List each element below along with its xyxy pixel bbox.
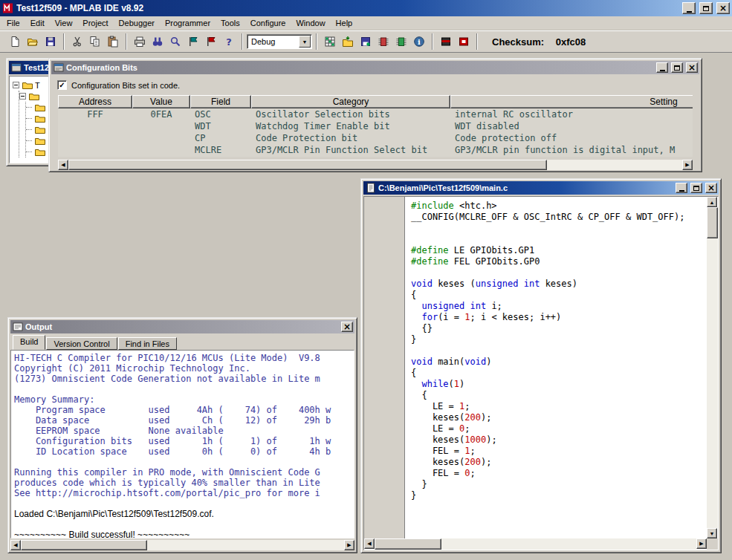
toolbar-grid-button[interactable] <box>321 33 339 51</box>
app-close-button[interactable]: × <box>716 2 730 14</box>
config-row[interactable]: FFF0FEAOSCOscillator Selection bitsinter… <box>58 108 693 120</box>
toolbar-save-disk-button[interactable] <box>357 33 375 51</box>
config-minimize-button[interactable] <box>656 62 668 73</box>
toolbar-paste-button[interactable] <box>104 33 122 51</box>
toolbar-open-file-button[interactable] <box>24 33 42 51</box>
mplab-app-icon <box>2 3 13 14</box>
menu-item-tools[interactable]: Tools <box>216 17 245 29</box>
output-icon <box>12 322 23 333</box>
toolbar-find-next-button[interactable] <box>166 33 184 51</box>
close-icon: × <box>719 4 727 13</box>
code-line: __CONFIG(MCLRE_OFF & OSC_IntRC & CP_OFF … <box>411 212 707 223</box>
output-line <box>14 457 354 467</box>
app-maximize-button[interactable] <box>699 2 713 14</box>
config-scroll-left-button[interactable]: ◀ <box>58 160 68 170</box>
editor-hscroll-thumb[interactable] <box>375 538 441 550</box>
editor-scroll-down-button[interactable]: ▼ <box>707 528 717 538</box>
toolbar-help-button[interactable]: ? <box>220 33 238 51</box>
build-configuration-select[interactable]: Debug ▼ <box>247 34 312 49</box>
toolbar: ? Debug ▼ i Checksum: 0xfc08 <box>0 30 732 53</box>
output-scroll-left-button[interactable]: ◀ <box>10 540 21 550</box>
close-icon: × <box>707 183 715 192</box>
output-window: Output × BuildVersion ControlFind in Fil… <box>7 317 357 553</box>
toolbar-print-button[interactable] <box>131 33 149 51</box>
tab-version-control[interactable]: Version Control <box>46 337 117 350</box>
editor-hscrollbar[interactable]: ◀ ▶ <box>364 538 707 550</box>
tab-find-in-files[interactable]: Find in Files <box>118 337 177 350</box>
toolbar-bookmark-red-button[interactable] <box>202 33 220 51</box>
editor-scroll-right-button[interactable]: ▶ <box>696 538 707 549</box>
output-close-button[interactable]: × <box>341 322 353 332</box>
editor-maximize-button[interactable] <box>690 183 702 193</box>
menu-item-configure[interactable]: Configure <box>245 17 291 29</box>
editor-minimize-button[interactable] <box>676 183 687 193</box>
file-toolbar-group <box>6 33 59 51</box>
config-hscrollbar[interactable]: ◀ ▶ <box>58 160 693 170</box>
menu-item-view[interactable]: View <box>50 17 78 29</box>
menu-item-project[interactable]: Project <box>77 17 113 29</box>
find-next-icon <box>169 36 181 48</box>
menu-item-edit[interactable]: Edit <box>25 17 50 29</box>
app-titlebar[interactable]: Test12f509 - MPLAB IDE v8.92 × <box>0 0 732 16</box>
toolbar-chip-red-solid-button[interactable] <box>455 33 473 51</box>
config-maximize-button[interactable] <box>671 62 683 73</box>
toolbar-find-button[interactable] <box>149 33 166 51</box>
toolbar-new-file-button[interactable] <box>6 33 24 51</box>
toolbar-chip-red-button[interactable] <box>375 33 392 51</box>
editor-scroll-left-button[interactable]: ◀ <box>364 538 375 549</box>
toolbar-info-button[interactable]: i <box>410 33 428 51</box>
toolbar-save-file-button[interactable] <box>42 33 59 51</box>
toolbar-copy-button[interactable] <box>86 33 104 51</box>
config-hscroll-track[interactable] <box>68 160 682 170</box>
toolbar-cut-button[interactable] <box>68 33 86 51</box>
code-line: void main(void) <box>411 356 707 368</box>
tab-build[interactable]: Build <box>13 335 45 350</box>
editor-vscroll-thumb[interactable] <box>707 207 718 238</box>
app-minimize-button[interactable] <box>682 2 696 14</box>
code-area[interactable]: #include <htc.h>__CONFIG(MCLRE_OFF & OSC… <box>405 197 707 538</box>
chip-red-solid-icon <box>458 36 470 48</box>
output-titlebar[interactable]: Output × <box>10 320 354 333</box>
toolbar-bookmark-teal-button[interactable] <box>184 33 202 51</box>
config-hscroll-thumb[interactable] <box>68 160 547 170</box>
output-hscroll-track[interactable] <box>21 540 344 550</box>
editor-hscroll-track[interactable] <box>375 538 696 550</box>
editor-vscroll-track[interactable] <box>707 207 718 528</box>
output-hscroll-thumb[interactable] <box>21 540 147 550</box>
collapse-toggle[interactable] <box>13 82 19 88</box>
config-cell: GP3/MCLR Pin Function Select bit <box>251 145 450 155</box>
debug-toolbar-group: i <box>321 33 428 51</box>
config-scroll-right-button[interactable]: ▶ <box>682 160 693 170</box>
config-close-button[interactable]: × <box>686 62 698 73</box>
editor-titlebar[interactable]: C:\Benjami\Pic\Test12f509\main.c × <box>363 181 719 195</box>
collapse-toggle[interactable] <box>19 93 26 100</box>
editor-vscrollbar[interactable]: ▲ ▼ <box>707 197 718 538</box>
code-line: while(1) <box>411 379 707 390</box>
toolbar-folder-import-button[interactable] <box>339 33 357 51</box>
menu-item-file[interactable]: File <box>1 17 25 29</box>
menu-item-help[interactable]: Help <box>331 17 358 29</box>
config-row[interactable]: CPCode Protection bitCode protection off <box>58 132 693 144</box>
editor-close-button[interactable]: × <box>705 183 717 193</box>
output-scroll-right-button[interactable]: ▶ <box>344 540 354 550</box>
folder-icon <box>34 135 45 146</box>
config-row[interactable]: MCLREGP3/MCLR Pin Function Select bitGP3… <box>58 144 693 156</box>
folder-icon <box>34 146 45 157</box>
checksum-value: 0xfc08 <box>556 36 586 48</box>
config-row[interactable]: WDTWatchdog Timer Enable bitWDT disabled <box>58 120 693 132</box>
menu-item-window[interactable]: Window <box>291 17 330 29</box>
editor-scroll-up-button[interactable]: ▲ <box>707 197 717 207</box>
code-line: } <box>411 479 707 490</box>
combo-dropdown-button[interactable]: ▼ <box>299 36 311 48</box>
editor-window-title: C:\Benjami\Pic\Test12f509\main.c <box>378 183 673 192</box>
toolbar-chip-black-button[interactable] <box>437 33 455 51</box>
output-hscrollbar[interactable]: ◀ ▶ <box>10 540 354 550</box>
output-line <box>14 519 354 530</box>
config-bits-in-code-checkbox[interactable]: ✓ <box>57 80 67 90</box>
maximize-icon <box>703 6 709 11</box>
toolbar-chip-green-button[interactable] <box>392 33 410 51</box>
menu-item-programmer[interactable]: Programmer <box>160 17 216 29</box>
menu-item-debugger[interactable]: Debugger <box>114 17 160 29</box>
config-titlebar[interactable]: Configuration Bits × <box>51 61 699 74</box>
editor-gutter[interactable] <box>364 197 405 538</box>
